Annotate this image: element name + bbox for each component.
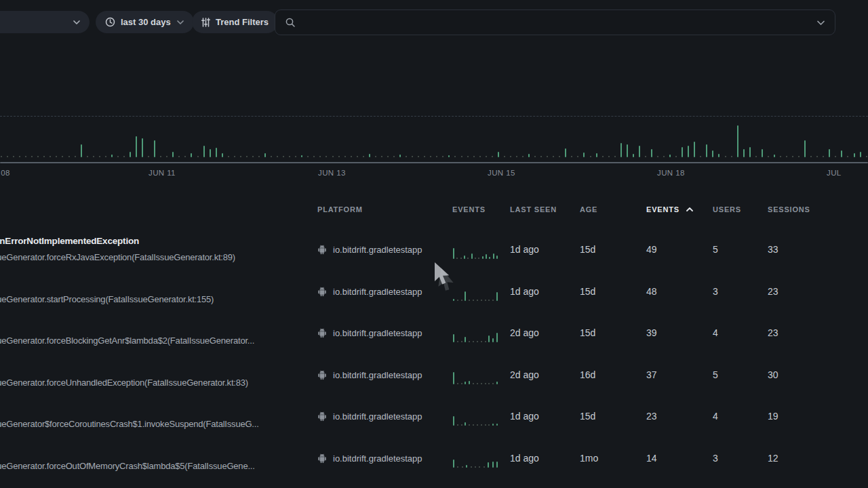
chart-bar [553, 156, 554, 157]
chart-bar [246, 156, 248, 157]
chart-bar [651, 149, 652, 157]
chart-bar [264, 153, 266, 157]
chart-bar [528, 154, 530, 157]
chart-bar [160, 156, 161, 157]
sparkline-bar [477, 341, 478, 342]
table-row[interactable]: io.bitdrift.gradletestapp1d ago1mo14312 [0, 437, 868, 479]
chart-bar [749, 147, 751, 157]
chart-bar [191, 153, 192, 157]
trend-chart [0, 116, 868, 163]
issue-title[interactable]: OnErrorNotImplementedException [0, 236, 139, 246]
table-row[interactable]: io.bitdrift.gradletestapp2d ago16d37530 [0, 354, 868, 396]
chart-bar [577, 156, 578, 157]
issue-subtitle[interactable]: sueGenerator$forceCoroutinesCrash$1.invo… [0, 419, 259, 429]
chart-bar [522, 156, 524, 157]
android-icon [317, 369, 327, 380]
chart-bar [81, 144, 82, 157]
chart-bar [283, 156, 284, 157]
sparkline-bar [496, 424, 498, 426]
chart-bar [289, 156, 290, 157]
scope-dropdown[interactable] [0, 11, 90, 33]
sparkline-bar [473, 383, 474, 384]
chart-bar [56, 156, 57, 157]
column-header-events-sorted[interactable]: EVENTS [646, 205, 694, 214]
chart-bar [823, 156, 824, 157]
sparkline-bar [461, 424, 462, 426]
chart-bar [602, 156, 604, 157]
chart-bar [399, 155, 401, 157]
chart-bar [7, 156, 8, 157]
chart-bar [301, 155, 302, 157]
users-count-cell: 3 [713, 286, 718, 297]
chart-bar [847, 156, 848, 157]
search-box[interactable] [275, 9, 835, 35]
chart-bar [166, 156, 167, 157]
chart-bar [93, 156, 94, 157]
sessions-count-cell: 30 [768, 369, 778, 380]
sparkline-bar [496, 333, 498, 342]
chart-bar [295, 156, 296, 157]
last-seen-cell: 1d ago [510, 411, 539, 422]
platform-cell: io.bitdrift.gradletestapp [317, 286, 422, 296]
chart-bar [222, 153, 223, 157]
sparkline-bar [453, 460, 454, 468]
column-header-platform[interactable]: PLATFORM [317, 205, 363, 214]
chart-bar [725, 156, 726, 157]
issue-subtitle[interactable]: sueGenerator.forceUnhandledException(Fat… [0, 378, 248, 388]
issue-subtitle[interactable]: sueGenerator.forceRxJavaException(FatalI… [0, 252, 235, 262]
chart-bar [614, 156, 616, 157]
chart-axis-label: JUN 15 [488, 169, 515, 177]
chart-axis-line [0, 162, 868, 163]
column-header-sessions[interactable]: SESSIONS [768, 205, 810, 214]
table-row[interactable]: io.bitdrift.gradletestapp2d ago15d39423 [0, 312, 868, 354]
last-seen-cell: 1d ago [510, 244, 539, 255]
column-header-last-seen[interactable]: LAST SEEN [510, 205, 557, 214]
trend-filters-button[interactable]: Trend Filters [192, 11, 278, 33]
chart-bar [504, 156, 505, 157]
platform-name: io.bitdrift.gradletestapp [333, 369, 422, 380]
chart-bar [786, 156, 787, 157]
sliders-icon [201, 18, 210, 27]
chart-bar [172, 152, 174, 157]
users-count-cell: 4 [713, 411, 718, 422]
chart-bar [442, 156, 443, 157]
chart-bar [351, 156, 352, 157]
chart-bar [436, 156, 437, 157]
chart-bar [639, 146, 640, 157]
chart-bar [755, 156, 757, 157]
chart-bar [804, 140, 806, 157]
issue-subtitle[interactable]: sueGenerator.startProcessing(FatalIssueG… [0, 294, 214, 304]
column-header-age[interactable]: AGE [580, 205, 597, 214]
column-header-events[interactable]: EVENTS [452, 205, 486, 214]
chart-bar [448, 155, 450, 157]
age-cell: 16d [580, 369, 595, 380]
chart-bar [816, 156, 818, 157]
issue-subtitle[interactable]: sueGenerator.forceBlockingGetAnr$lambda$… [0, 336, 254, 346]
column-header-users[interactable]: USERS [713, 205, 741, 214]
chevron-down-icon[interactable] [816, 20, 825, 26]
chart-bar [835, 156, 836, 157]
sparkline-bar [473, 300, 474, 301]
sparkline-bar [479, 466, 480, 468]
chart-bar [454, 156, 456, 157]
sparkline-bar [453, 372, 454, 384]
events-sparkline [453, 279, 498, 301]
chart-axis-labels: JUN 08JUN 11JUN 13JUN 15JUN 18JUL [0, 169, 868, 180]
chart-bar [75, 156, 76, 157]
platform-name: io.bitdrift.gradletestapp [333, 286, 422, 296]
chart-bar [854, 153, 855, 157]
sparkline-bar [453, 334, 454, 342]
sparkline-bar [461, 341, 462, 342]
last-seen-cell: 1d ago [510, 286, 539, 297]
sparkline-bar [461, 383, 462, 384]
chart-bar [154, 140, 155, 157]
issue-subtitle[interactable]: sueGenerator.forceOutOfMemoryCrash$lambd… [0, 461, 255, 471]
chart-bar [571, 156, 572, 157]
sessions-count-cell: 33 [768, 244, 778, 255]
search-input[interactable] [302, 17, 810, 28]
chart-bar [675, 156, 677, 157]
time-range-dropdown[interactable]: last 30 days [96, 11, 194, 33]
age-cell: 1mo [580, 453, 598, 464]
table-row[interactable]: io.bitdrift.gradletestapp1d ago15d23419 [0, 395, 868, 437]
sparkline-bar [457, 466, 458, 468]
